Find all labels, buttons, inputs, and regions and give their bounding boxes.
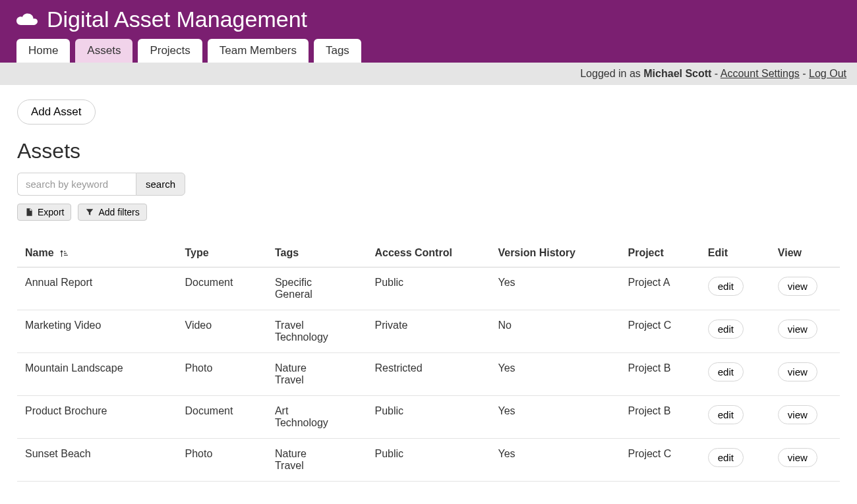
col-header-access[interactable]: Access Control: [367, 234, 490, 267]
logout-link[interactable]: Log Out: [809, 68, 846, 79]
col-header-version[interactable]: Version History: [490, 234, 620, 267]
edit-button[interactable]: edit: [708, 320, 744, 339]
sep2: -: [800, 68, 809, 79]
cell-view: view: [770, 438, 840, 481]
tag: Technology: [275, 331, 359, 343]
nav-item-home[interactable]: Home: [16, 39, 70, 63]
logged-in-label: Logged in as: [580, 68, 643, 79]
cell-name: Sunset Beach: [17, 438, 177, 481]
sort-asc-icon: [59, 249, 69, 258]
account-settings-link[interactable]: Account Settings: [721, 68, 800, 79]
edit-button[interactable]: edit: [708, 448, 744, 467]
nav-item-team-members[interactable]: Team Members: [208, 39, 309, 63]
cell-edit: edit: [700, 438, 770, 481]
cell-project: Project A: [620, 267, 699, 310]
tag: Travel: [275, 374, 359, 386]
assets-table: Name Type Tags Access Control Version Hi…: [17, 234, 840, 482]
add-filters-button[interactable]: Add filters: [78, 204, 146, 221]
cell-name: Annual Report: [17, 267, 177, 310]
main-content: Add Asset Assets search Export Add filte…: [0, 85, 857, 496]
table-header-row: Name Type Tags Access Control Version Hi…: [17, 234, 840, 267]
tag: General: [275, 289, 359, 300]
nav-item-projects[interactable]: Projects: [138, 39, 202, 63]
cell-version: Yes: [490, 267, 620, 310]
export-label: Export: [38, 207, 64, 217]
tag: Specific: [275, 277, 359, 289]
cell-type: Photo: [177, 438, 267, 481]
cell-project: Project B: [620, 395, 699, 438]
add-asset-button[interactable]: Add Asset: [17, 99, 96, 125]
col-header-view: View: [770, 234, 840, 267]
cloud-icon: [16, 12, 38, 28]
cell-type: Document: [177, 395, 267, 438]
col-header-tags[interactable]: Tags: [267, 234, 367, 267]
table-row: Marketing VideoVideoTravelTechnologyPriv…: [17, 310, 840, 352]
svg-rect-0: [64, 250, 65, 251]
edit-button[interactable]: edit: [708, 405, 744, 424]
view-button[interactable]: view: [778, 362, 817, 381]
table-row: Sunset BeachPhotoNatureTravelPublicYesPr…: [17, 438, 840, 481]
edit-button[interactable]: edit: [708, 362, 744, 381]
nav-item-assets[interactable]: Assets: [75, 39, 133, 63]
view-button[interactable]: view: [778, 448, 817, 467]
tag: Art: [275, 405, 359, 417]
page-title: Assets: [17, 139, 840, 163]
tag: Nature: [275, 362, 359, 374]
nav-item-tags[interactable]: Tags: [314, 39, 361, 63]
cell-tags: ArtTechnology: [267, 395, 367, 438]
cell-view: view: [770, 310, 840, 352]
cell-type: Video: [177, 310, 267, 352]
view-button[interactable]: view: [778, 405, 817, 424]
funnel-icon: [85, 208, 94, 217]
col-header-edit: Edit: [700, 234, 770, 267]
tag: Travel: [275, 320, 359, 331]
cell-name: Product Brochure: [17, 395, 177, 438]
col-header-project[interactable]: Project: [620, 234, 699, 267]
search-row: search: [17, 173, 185, 196]
cell-edit: edit: [700, 267, 770, 310]
cell-access: Private: [367, 310, 490, 352]
search-input[interactable]: [17, 173, 136, 196]
view-button[interactable]: view: [778, 320, 817, 339]
col-header-type[interactable]: Type: [177, 234, 267, 267]
cell-edit: edit: [700, 352, 770, 395]
cell-project: Project C: [620, 438, 699, 481]
cell-version: Yes: [490, 395, 620, 438]
user-bar: Logged in as Michael Scott - Account Set…: [0, 63, 857, 85]
tag: Technology: [275, 417, 359, 429]
sep1: -: [711, 68, 720, 79]
cell-type: Photo: [177, 352, 267, 395]
cell-tags: TravelTechnology: [267, 310, 367, 352]
table-row: Product BrochureDocumentArtTechnologyPub…: [17, 395, 840, 438]
cell-edit: edit: [700, 310, 770, 352]
tag: Travel: [275, 460, 359, 472]
cell-access: Restricted: [367, 352, 490, 395]
export-button[interactable]: Export: [17, 204, 71, 221]
search-button[interactable]: search: [136, 173, 185, 196]
table-row: Annual ReportDocumentSpecificGeneralPubl…: [17, 267, 840, 310]
app-header: Digital Asset Management HomeAssetsProje…: [0, 0, 857, 63]
table-row: Mountain LandscapePhotoNatureTravelRestr…: [17, 352, 840, 395]
svg-rect-2: [64, 254, 68, 255]
toolbar: Export Add filters: [17, 204, 840, 221]
app-title: Digital Asset Management: [47, 7, 307, 32]
cell-project: Project C: [620, 310, 699, 352]
cell-name: Mountain Landscape: [17, 352, 177, 395]
cell-edit: edit: [700, 395, 770, 438]
col-header-name[interactable]: Name: [17, 234, 177, 267]
cell-access: Public: [367, 395, 490, 438]
view-button[interactable]: view: [778, 277, 817, 296]
col-header-name-label: Name: [25, 247, 54, 258]
cell-version: Yes: [490, 438, 620, 481]
svg-rect-1: [64, 252, 67, 253]
tag: Nature: [275, 448, 359, 460]
edit-button[interactable]: edit: [708, 277, 744, 296]
main-nav: HomeAssetsProjectsTeam MembersTags: [16, 39, 841, 63]
cell-access: Public: [367, 438, 490, 481]
add-filters-label: Add filters: [98, 207, 139, 217]
cell-view: view: [770, 395, 840, 438]
cell-view: view: [770, 352, 840, 395]
cell-version: Yes: [490, 352, 620, 395]
cell-project: Project B: [620, 352, 699, 395]
cell-version: No: [490, 310, 620, 352]
